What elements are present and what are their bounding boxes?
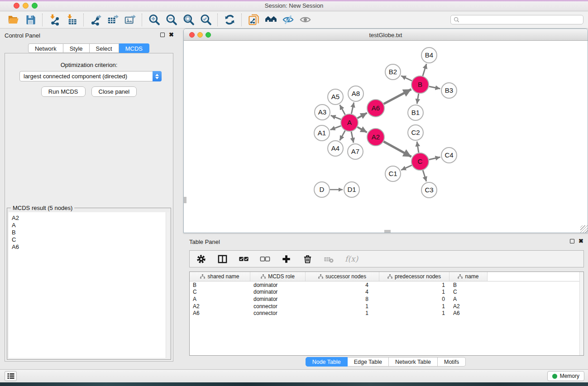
table-scrollbar[interactable]	[579, 272, 583, 355]
zoom-out-button[interactable]	[164, 13, 178, 27]
float-panel-icon[interactable]	[160, 33, 165, 37]
table-cell[interactable]: 8	[306, 296, 379, 302]
graph-edge-A-A5[interactable]	[340, 105, 345, 115]
close-panel-icon[interactable]: ✖	[169, 32, 174, 38]
close-panel-button[interactable]: Close panel	[91, 86, 137, 97]
table-cell[interactable]: A	[449, 296, 488, 302]
tab-style[interactable]: Style	[63, 43, 90, 53]
tab-mcds[interactable]: MCDS	[119, 43, 149, 53]
network-graph[interactable]: B4B2BB3A8A5A6A3B1AA1C2A2A4A7C4CC1C3DD1	[184, 41, 588, 233]
result-list-item[interactable]: C	[12, 236, 166, 243]
delete-column-button[interactable]	[302, 254, 313, 264]
column-header-name[interactable]: name	[449, 272, 488, 281]
graph-edge-C-C2[interactable]	[417, 142, 419, 152]
graph-node-C4[interactable]: C4	[441, 148, 457, 163]
graph-node-D1[interactable]: D1	[344, 182, 359, 197]
graph-edge-A-A2[interactable]	[358, 127, 367, 133]
table-cell[interactable]: connector	[250, 303, 306, 310]
graph-edge-A2-C[interactable]	[384, 142, 411, 157]
search-input[interactable]	[461, 16, 580, 23]
table-cell[interactable]: B	[190, 282, 250, 288]
tab-select[interactable]: Select	[90, 43, 119, 53]
refresh-view-button[interactable]	[222, 13, 237, 27]
run-mcds-button[interactable]: Run MCDS	[41, 86, 86, 97]
graph-edge-B-B3[interactable]	[429, 86, 440, 89]
split-pane-button[interactable]	[217, 254, 228, 264]
table-row[interactable]: A2connector11A2	[190, 303, 583, 310]
table-cell[interactable]: 4	[306, 289, 379, 295]
graph-node-B2[interactable]: B2	[385, 64, 401, 80]
graph-edge-C-C3[interactable]	[423, 170, 426, 181]
graph-edge-B-B1[interactable]	[417, 94, 419, 104]
result-list-item[interactable]: A2	[12, 214, 166, 222]
graph-node-C[interactable]: C	[411, 153, 429, 170]
export-table-button[interactable]	[105, 13, 120, 27]
graph-node-C2[interactable]: C2	[408, 125, 423, 140]
graph-node-C1[interactable]: C1	[385, 166, 401, 181]
graph-node-C3[interactable]: C3	[421, 182, 437, 198]
canvas-vertical-scroll-thumb[interactable]	[184, 197, 186, 203]
graph-node-A1[interactable]: A1	[314, 125, 330, 141]
graph-edge-C-C1[interactable]	[401, 165, 412, 170]
graph-node-A2[interactable]: A2	[367, 129, 384, 146]
save-session-button[interactable]	[23, 13, 38, 27]
graph-node-B[interactable]: B	[411, 76, 429, 93]
table-cell[interactable]: 1	[306, 310, 379, 316]
column-header-MCDS-role[interactable]: MCDS role	[250, 272, 306, 281]
table-cell[interactable]: A	[190, 296, 250, 302]
canvas-horizontal-scroll-thumb[interactable]	[384, 230, 391, 233]
graph-node-A4[interactable]: A4	[328, 141, 343, 156]
memory-button[interactable]: Memory	[547, 371, 584, 381]
show-graphics-details-button[interactable]	[298, 13, 312, 27]
table-row[interactable]: Bdominator41B	[190, 281, 583, 289]
table-row[interactable]: A6connector11A6	[190, 310, 583, 317]
table-cell[interactable]: connector	[250, 310, 306, 316]
table-row[interactable]: Adominator80A	[190, 295, 583, 303]
window-resize-grip[interactable]	[580, 225, 588, 233]
tab-network[interactable]: Network	[28, 43, 63, 53]
tab-edge-table[interactable]: Edge Table	[348, 357, 389, 367]
graph-edge-B-B2[interactable]	[401, 76, 412, 81]
import-table-button[interactable]	[64, 13, 79, 27]
graph-node-B3[interactable]: B3	[441, 83, 457, 98]
graph-edge-A-A1[interactable]	[330, 126, 341, 130]
graph-edge-B-B4[interactable]	[423, 64, 426, 76]
table-cell[interactable]: B	[449, 282, 488, 288]
result-list-scrollbar[interactable]	[166, 212, 169, 358]
float-table-panel-icon[interactable]	[570, 239, 574, 243]
graph-node-A[interactable]: A	[341, 114, 358, 131]
table-cell[interactable]: 1	[379, 282, 449, 288]
table-cell[interactable]: 1	[379, 310, 449, 316]
optimization-criterion-select[interactable]: largest connected component (directed)	[19, 71, 162, 81]
graph-edge-A6-B[interactable]	[384, 89, 411, 104]
function-builder-button[interactable]: f(x)	[345, 254, 358, 263]
network-canvas[interactable]: B4B2BB3A8A5A6A3B1AA1C2A2A4A7C4CC1C3DD1	[184, 41, 588, 233]
network-window-titlebar[interactable]: testGlobe.txt	[184, 29, 588, 41]
graph-edge-A-A8[interactable]	[351, 103, 354, 114]
table-cell[interactable]: dominator	[250, 289, 306, 295]
graph-node-B1[interactable]: B1	[408, 105, 423, 120]
add-column-button[interactable]	[281, 254, 292, 264]
tab-node-table[interactable]: Node Table	[306, 357, 348, 367]
result-list-item[interactable]: A	[12, 222, 166, 229]
table-cell[interactable]: C	[449, 289, 488, 295]
mcds-result-list[interactable]: A2ABCA6	[9, 212, 166, 358]
open-session-button[interactable]	[6, 13, 20, 27]
graph-edge-A-A7[interactable]	[351, 132, 354, 143]
table-cell[interactable]: C	[190, 289, 250, 295]
zoom-fit-button[interactable]	[181, 13, 196, 27]
new-network-from-selection-button[interactable]	[246, 13, 261, 27]
graph-node-A3[interactable]: A3	[315, 105, 330, 120]
zoom-in-button[interactable]	[147, 13, 161, 27]
table-settings-button[interactable]	[196, 254, 206, 264]
hide-graphics-details-button[interactable]	[281, 13, 295, 27]
table-cell[interactable]: A6	[190, 310, 250, 316]
task-history-button[interactable]	[5, 371, 17, 381]
graph-node-B4[interactable]: B4	[421, 48, 437, 63]
result-list-item[interactable]: B	[12, 229, 166, 236]
export-network-button[interactable]	[88, 13, 103, 27]
zoom-selected-button[interactable]	[198, 13, 213, 27]
graph-node-A6[interactable]: A6	[367, 100, 384, 117]
graph-node-D[interactable]: D	[314, 182, 330, 197]
search-box[interactable]	[450, 15, 583, 24]
